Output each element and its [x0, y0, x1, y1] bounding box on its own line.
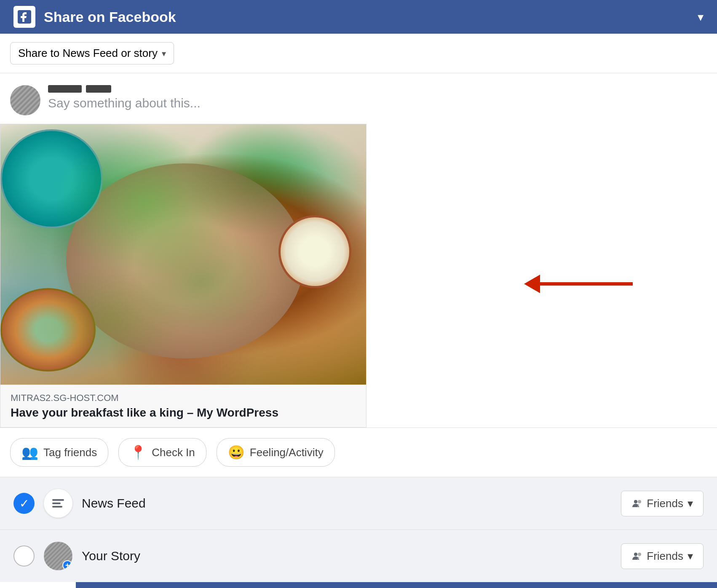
- feeling-activity-button[interactable]: 😀 Feeling/Activity: [217, 438, 335, 467]
- news-feed-checkbox[interactable]: ✓: [13, 493, 35, 514]
- news-feed-friends-button[interactable]: Friends ▾: [621, 491, 704, 516]
- food-image: [0, 124, 367, 385]
- red-arrow: [525, 275, 633, 293]
- svg-rect-3: [52, 506, 62, 508]
- compose-placeholder[interactable]: Say something about this...: [48, 96, 201, 110]
- tag-friends-label: Tag friends: [43, 446, 97, 459]
- facebook-logo: [13, 6, 35, 28]
- arrow-line: [540, 282, 633, 286]
- your-story-friends-chevron-icon: ▾: [688, 550, 693, 563]
- news-feed-label: News Feed: [82, 496, 621, 510]
- link-domain: MITRAS2.SG-HOST.COM: [11, 393, 356, 404]
- news-feed-option[interactable]: ✓ News Feed Friends ▾: [0, 477, 717, 530]
- share-destination-label: Share to News Feed or story: [18, 47, 158, 60]
- share-destination-dropdown[interactable]: Share to News Feed or story ▾: [10, 42, 174, 64]
- check-in-label: Check In: [152, 446, 195, 459]
- tag-friends-icon: 👥: [21, 444, 38, 460]
- story-plus-icon: +: [62, 560, 72, 570]
- username-block1: [48, 85, 82, 93]
- dialog-title: Share on Facebook: [44, 9, 176, 25]
- post-to-facebook-button[interactable]: Post to Facebook: [76, 582, 717, 588]
- dialog-header: Share on Facebook ▾: [0, 0, 717, 34]
- username-block2: [86, 85, 111, 93]
- user-name-area: [48, 85, 707, 93]
- image-section: [0, 124, 717, 385]
- svg-rect-1: [52, 499, 64, 501]
- svg-rect-2: [52, 502, 61, 504]
- news-feed-friends-chevron-icon: ▾: [688, 497, 693, 510]
- action-buttons-bar: 👥 Tag friends 📍 Check In 😀 Feeling/Activ…: [0, 428, 717, 477]
- your-story-friends-button[interactable]: Friends ▾: [621, 543, 704, 569]
- your-story-option[interactable]: + Your Story Friends ▾: [0, 530, 717, 582]
- cancel-button[interactable]: Cancel: [0, 582, 76, 588]
- share-destination-chevron-icon: ▾: [162, 48, 166, 59]
- your-story-checkbox[interactable]: [13, 545, 35, 567]
- arrow-head-icon: [524, 275, 540, 293]
- svg-point-5: [638, 500, 641, 503]
- your-story-friends-label: Friends: [647, 550, 683, 563]
- bottom-action-bar: Cancel Post to Facebook: [0, 582, 717, 588]
- share-bar: Share to News Feed or story ▾: [0, 34, 717, 73]
- your-story-label: Your Story: [82, 549, 621, 563]
- user-avatar: [10, 85, 40, 115]
- news-feed-friends-label: Friends: [647, 497, 683, 510]
- svg-point-4: [634, 500, 637, 503]
- tag-friends-button[interactable]: 👥 Tag friends: [10, 438, 108, 467]
- svg-point-6: [634, 553, 637, 556]
- avatar-image: [10, 85, 40, 115]
- news-feed-icon: [44, 489, 72, 518]
- share-options-section: ✓ News Feed Friends ▾: [0, 477, 717, 582]
- feeling-label: Feeling/Activity: [250, 446, 324, 459]
- compose-area: Say something about this...: [0, 73, 717, 124]
- check-in-icon: 📍: [130, 444, 147, 460]
- link-title: Have your breakfast like a king – My Wor…: [11, 406, 356, 420]
- check-in-button[interactable]: 📍 Check In: [118, 438, 206, 467]
- header-chevron-icon[interactable]: ▾: [698, 10, 704, 24]
- svg-point-7: [638, 553, 641, 556]
- link-preview-card: MITRAS2.SG-HOST.COM Have your breakfast …: [0, 385, 367, 428]
- your-story-avatar: +: [44, 542, 72, 570]
- feeling-icon: 😀: [228, 444, 245, 460]
